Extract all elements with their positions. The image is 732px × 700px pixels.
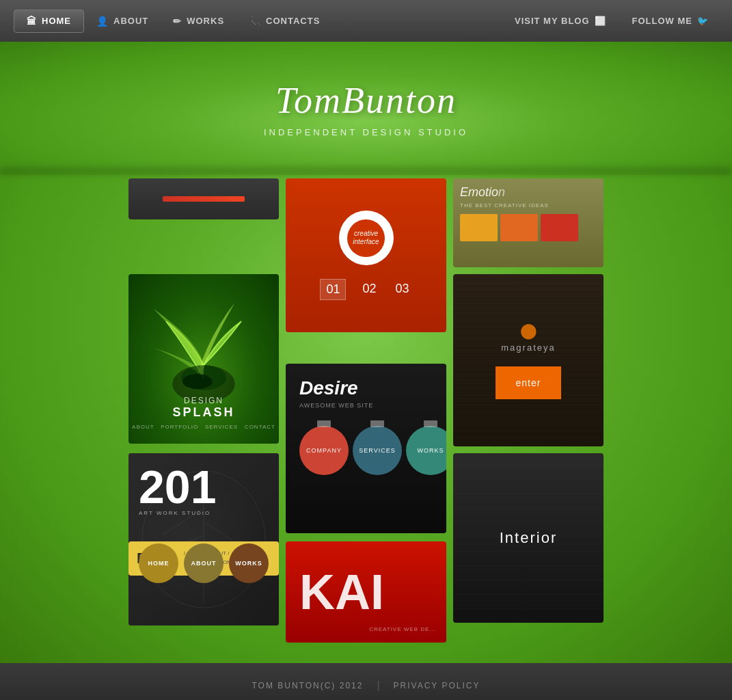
- desire-subtitle: AWESOME WEB SITE: [299, 402, 373, 409]
- magrateya-enter-button[interactable]: enter: [496, 366, 562, 399]
- footer-privacy[interactable]: PRIVACY POLICY: [394, 681, 480, 690]
- hero-subtitle: INDEPENDENT DESIGN STUDIO: [264, 127, 468, 137]
- nav-contacts[interactable]: 📞 CONTACTS: [236, 10, 332, 32]
- footer-separator: |: [377, 679, 379, 692]
- nav-works-label: WORKS: [187, 16, 224, 26]
- art-studio-label: ART WORK STUDIO: [139, 510, 211, 516]
- emotion-subtitle: THE BEST CREATIVE IDEAS: [460, 202, 549, 208]
- hero-title: TomBunton: [275, 79, 457, 122]
- twitter-icon: 🐦: [697, 16, 709, 26]
- desire-circles: company services works: [299, 426, 446, 475]
- color-squares: [460, 214, 578, 241]
- home-circle-btn[interactable]: HOME: [139, 543, 178, 583]
- num-2: 02: [360, 279, 379, 300]
- portfolio-item-2[interactable]: creativeinterface 01 02 03: [286, 178, 446, 332]
- interior-title: Interior: [500, 529, 557, 547]
- svg-point-2: [182, 374, 213, 389]
- tape-1: [317, 420, 331, 427]
- splash-title: SPLASH: [132, 405, 275, 420]
- about-circle-btn[interactable]: ABOUT: [184, 543, 223, 583]
- nav-home[interactable]: 🏛 HOME: [14, 10, 84, 33]
- company-circle[interactable]: company: [299, 426, 349, 475]
- main-content: creativeinterface 01 02 03 Emotion THE B…: [0, 175, 732, 663]
- contacts-icon: 📞: [249, 16, 261, 27]
- nav-blog-label: VISIT MY BLOG: [515, 16, 590, 26]
- portfolio-item-8[interactable]: Interior: [453, 453, 604, 623]
- numbered-menu: 01 02 03: [320, 279, 411, 300]
- num-3: 03: [393, 279, 412, 300]
- footer-copyright: TOM BUNTON(C) 2012: [252, 681, 363, 690]
- works-circle[interactable]: works: [406, 426, 446, 475]
- home-icon: 🏛: [27, 16, 37, 27]
- design-label: DESIGN: [132, 396, 275, 405]
- site-footer: TOM BUNTON(C) 2012 | PRIVACY POLICY: [0, 663, 732, 700]
- tape-2: [370, 420, 384, 427]
- circle-logo: creativeinterface: [339, 211, 394, 265]
- tape-3: [424, 420, 437, 427]
- portfolio-grid: creativeinterface 01 02 03 Emotion THE B…: [128, 178, 604, 643]
- nav-blog[interactable]: VISIT MY BLOG ⬜: [505, 10, 616, 31]
- nav-follow[interactable]: FOLLOW ME 🐦: [623, 10, 718, 31]
- year-number: 201: [139, 463, 216, 510]
- nav-about[interactable]: 👤 ABOUT: [84, 10, 161, 32]
- portfolio-item-7[interactable]: 201 ART WORK STUDIO HOME ABOUT WORKS: [128, 453, 279, 625]
- services-label: services: [359, 447, 395, 454]
- sq-yellow: [460, 214, 498, 241]
- hero-section: TomBunton INDEPENDENT DESIGN STUDIO: [0, 42, 732, 175]
- portfolio-item-1[interactable]: [128, 178, 279, 219]
- circle-inner: creativeinterface: [347, 219, 385, 257]
- sq-orange: [500, 214, 538, 241]
- splash-nav: ABOUT PORTFOLIO SERVICES CONTACT: [132, 424, 275, 430]
- company-label: company: [306, 447, 342, 454]
- nav-works[interactable]: ✏ WORKS: [161, 10, 236, 32]
- nav-about-label: ABOUT: [113, 16, 148, 26]
- portfolio-item-9[interactable]: KAI CREATIVE WEB DE...: [286, 541, 446, 643]
- main-nav: 🏛 HOME 👤 ABOUT ✏ WORKS 📞 CONTACTS VISIT …: [0, 0, 732, 42]
- portfolio-item-3[interactable]: Emotion THE BEST CREATIVE IDEAS: [453, 178, 604, 267]
- item7-nav: HOME ABOUT WORKS: [139, 543, 269, 583]
- nav-home-label: HOME: [42, 16, 71, 26]
- works-icon: ✏: [173, 16, 182, 27]
- emotion-title: Emotion: [460, 185, 505, 200]
- magrateya-name: magrateya: [501, 342, 555, 353]
- kai-subtitle: CREATIVE WEB DE...: [369, 626, 436, 632]
- splash-labels: DESIGN SPLASH ABOUT PORTFOLIO SERVICES C…: [132, 396, 275, 430]
- nav-follow-label: FOLLOW ME: [632, 16, 692, 26]
- red-bar: [163, 196, 245, 202]
- services-circle[interactable]: services: [353, 426, 402, 475]
- num-1: 01: [320, 279, 346, 300]
- nav-left: 🏛 HOME 👤 ABOUT ✏ WORKS 📞 CONTACTS: [14, 10, 332, 33]
- circle-text: creativeinterface: [353, 230, 379, 246]
- kai-text: KAI: [299, 567, 384, 617]
- desire-title: Desire: [299, 377, 358, 399]
- sq-red: [541, 214, 578, 241]
- blog-icon: ⬜: [595, 16, 606, 26]
- works-circle-btn[interactable]: WORKS: [229, 543, 269, 583]
- about-icon: 👤: [96, 16, 109, 27]
- wood-texture: [453, 274, 604, 446]
- portfolio-item-4[interactable]: DESIGN SPLASH ABOUT PORTFOLIO SERVICES C…: [128, 274, 279, 444]
- portfolio-item-6[interactable]: Desire AWESOME WEB SITE company services…: [286, 364, 446, 533]
- portfolio-item-5[interactable]: ⬤ magrateya enter: [453, 274, 604, 446]
- nav-contacts-label: CONTACTS: [266, 16, 320, 26]
- nav-right: VISIT MY BLOG ⬜ FOLLOW ME 🐦: [505, 10, 718, 31]
- magrateya-logo-icon: ⬤: [520, 322, 537, 340]
- works-label: works: [417, 447, 444, 454]
